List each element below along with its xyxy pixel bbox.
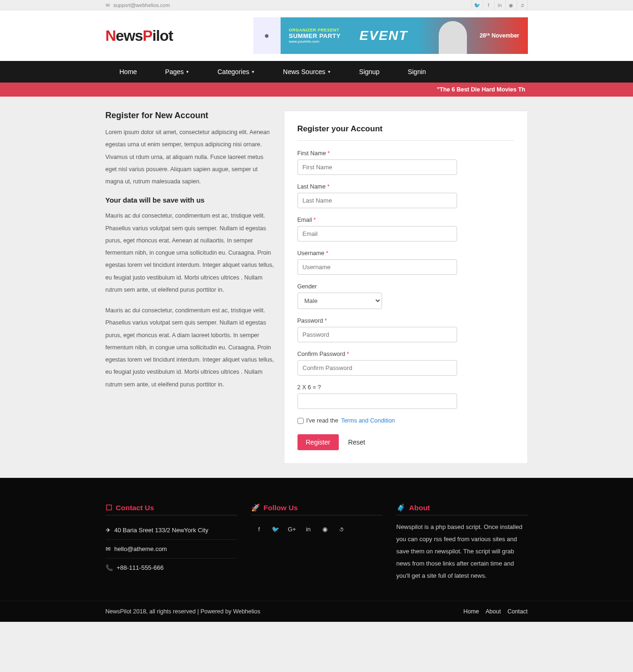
logo-ews: ews bbox=[116, 27, 143, 44]
left-p2: Mauris ac dui consectetur, condimentum e… bbox=[106, 210, 275, 296]
footer-social: f 🐦 G+ in ◉ ૭ bbox=[251, 521, 382, 537]
banner-line2: SUMMER PARTY bbox=[289, 32, 341, 39]
form-heading: Register your Account bbox=[297, 124, 514, 141]
address-book-icon: ☐ bbox=[106, 504, 112, 512]
news-ticker: "The 6 Best Die Hard Movies Th bbox=[106, 86, 528, 93]
banner-date: 26ᵗʰ November bbox=[480, 32, 519, 39]
nav-signin[interactable]: Signin bbox=[394, 61, 440, 83]
rocket-icon: 🚀 bbox=[251, 504, 260, 512]
banner-company-logo: ⬢ bbox=[253, 17, 281, 54]
twitter-icon[interactable]: 🐦 bbox=[267, 521, 284, 537]
username-input[interactable] bbox=[297, 259, 457, 275]
email-label: Email * bbox=[297, 217, 514, 223]
bottom-links: Home About Contact bbox=[463, 608, 527, 615]
envelope-icon: ✉ bbox=[106, 2, 110, 8]
logo-p: P bbox=[143, 27, 152, 44]
logo[interactable]: NewsPilot bbox=[106, 27, 173, 45]
footer-contact-title: ☐Contact Us bbox=[106, 504, 237, 515]
support-email: ✉ support@webhelios.com bbox=[106, 2, 170, 8]
left-heading: Register for New Account bbox=[106, 111, 275, 121]
envelope-icon: ✉ bbox=[106, 545, 111, 552]
banner-person-image bbox=[439, 21, 467, 54]
footer-about-title: 🧳About bbox=[397, 504, 528, 515]
banner-line3: www.yourinfo.com bbox=[289, 39, 341, 44]
nav-categories[interactable]: Categories▼ bbox=[203, 61, 269, 83]
chevron-down-icon: ▼ bbox=[186, 70, 190, 74]
footer-phone: 📞+88-111-555-666 bbox=[106, 559, 237, 577]
bottom-about[interactable]: About bbox=[486, 608, 501, 615]
nav-news-sources[interactable]: News Sources▼ bbox=[269, 61, 345, 83]
rss-icon[interactable]: ૭ bbox=[333, 521, 350, 537]
username-label: Username * bbox=[297, 250, 514, 257]
first-name-label: First Name * bbox=[297, 150, 514, 157]
nav-pages[interactable]: Pages▼ bbox=[151, 61, 204, 83]
reset-button[interactable]: Reset bbox=[345, 434, 368, 450]
linkedin-icon[interactable]: in bbox=[494, 0, 505, 10]
topbar-social: 🐦 f in ◉ ૭ bbox=[472, 0, 528, 10]
chevron-down-icon: ▼ bbox=[327, 70, 331, 74]
support-email-text: support@webhelios.com bbox=[114, 2, 170, 8]
banner-event: EVENT bbox=[359, 28, 408, 43]
chevron-down-icon: ▼ bbox=[251, 70, 255, 74]
copyright: NewsPilot 2018, all rights reserved | Po… bbox=[106, 608, 260, 615]
banner-line1: ORGANIZER PRESENT bbox=[289, 28, 341, 32]
last-name-input[interactable] bbox=[297, 193, 457, 208]
footer-follow-title: 🚀Follow Us bbox=[251, 504, 382, 515]
pinterest-icon[interactable]: ◉ bbox=[505, 0, 517, 10]
terms-checkbox[interactable] bbox=[297, 418, 304, 424]
google-plus-icon[interactable]: G+ bbox=[284, 521, 300, 537]
bottom-home[interactable]: Home bbox=[463, 608, 479, 615]
confirm-password-input[interactable] bbox=[297, 360, 457, 376]
terms-text: I've read the bbox=[306, 417, 338, 424]
footer-address: ✈40 Baria Sreet 133/2 NewYork City bbox=[106, 521, 237, 540]
left-p1: Lorem ipsum dolor sit amet, consectetur … bbox=[106, 126, 275, 188]
password-label: Password * bbox=[297, 317, 514, 324]
footer-about-text: Newspilot is a php based script. Once in… bbox=[397, 521, 528, 582]
left-p3: Mauris ac dui consectetur, condimentum e… bbox=[106, 304, 275, 391]
first-name-input[interactable] bbox=[297, 159, 457, 175]
logo-n1: N bbox=[106, 27, 116, 44]
nav-signup[interactable]: Signup bbox=[345, 61, 394, 83]
phone-icon: 📞 bbox=[106, 564, 113, 571]
captcha-label: 2 X 6 = ? bbox=[297, 384, 514, 391]
terms-link[interactable]: Terms and Condition bbox=[341, 417, 395, 424]
logo-ilot: ilot bbox=[152, 27, 173, 44]
password-input[interactable] bbox=[297, 327, 457, 342]
twitter-icon[interactable]: 🐦 bbox=[472, 0, 483, 10]
footer-email: ✉hello@atheme.com bbox=[106, 540, 237, 559]
register-button[interactable]: Register bbox=[297, 434, 339, 450]
facebook-icon[interactable]: f bbox=[483, 0, 494, 10]
last-name-label: Last Name * bbox=[297, 183, 514, 190]
nav-home[interactable]: Home bbox=[106, 61, 151, 83]
confirm-password-label: Confirm Password * bbox=[297, 351, 514, 357]
facebook-icon[interactable]: f bbox=[251, 521, 267, 537]
banner-ad[interactable]: ⬢ ORGANIZER PRESENT SUMMER PARTY www.you… bbox=[253, 17, 528, 54]
briefcase-icon: 🧳 bbox=[397, 504, 405, 512]
bottom-contact[interactable]: Contact bbox=[507, 608, 527, 615]
gender-select[interactable]: Male bbox=[297, 293, 382, 309]
left-subheading: Your data will be save with us bbox=[106, 196, 275, 204]
plane-icon: ✈ bbox=[106, 527, 111, 534]
pinterest-icon[interactable]: ◉ bbox=[317, 521, 333, 537]
main-nav: Home Pages▼ Categories▼ News Sources▼ Si… bbox=[106, 61, 528, 83]
email-input[interactable] bbox=[297, 226, 457, 242]
gender-label: Gender bbox=[297, 283, 514, 290]
captcha-input[interactable] bbox=[297, 393, 457, 409]
linkedin-icon[interactable]: in bbox=[300, 521, 317, 537]
rss-icon[interactable]: ૭ bbox=[517, 0, 528, 10]
